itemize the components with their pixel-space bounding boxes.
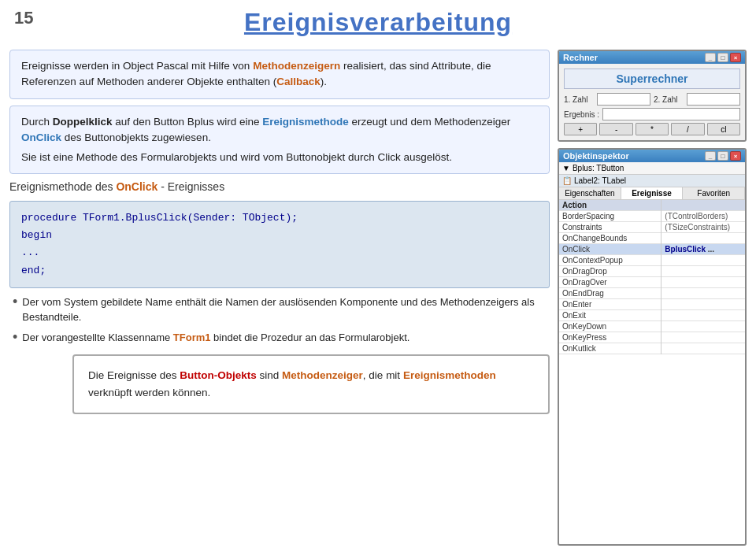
objinsp-selector2-text: Label2: TLabel xyxy=(574,176,626,185)
intro-highlight-methodenzeiger: Methodenzeigern xyxy=(253,60,340,72)
header-action-label: Action xyxy=(559,200,662,211)
table-row: OnEndDrag xyxy=(559,288,745,299)
rechner-input-1[interactable] xyxy=(597,93,650,106)
row-ondragover-label: OnDragOver xyxy=(559,277,662,288)
row-ondragover-value xyxy=(662,277,745,288)
rechner-ergebnis-box[interactable] xyxy=(602,108,740,120)
rechner-window: Rechner _ □ × Superrechner 1. Zahl 2. Za… xyxy=(558,50,747,142)
second-box: Durch Doppelklick auf den Button Bplus w… xyxy=(9,106,550,175)
row-onkeypress-label: OnKeyPress xyxy=(559,332,662,343)
slide-title: Ereignisverarbeitung xyxy=(244,8,512,37)
objinsp-selector-icon: ▼ xyxy=(562,164,570,172)
row-borderspacing-value: (TControlBorders) xyxy=(662,211,745,222)
row-borderspacing-label: BorderSpacing xyxy=(559,211,662,222)
rechner-title: Rechner xyxy=(563,53,598,62)
row-onkutlick-label: OnKutlick xyxy=(559,343,662,354)
objektinspektor-titlebar: Objektinspektor _ □ × xyxy=(559,150,745,162)
intro-text-3: ). xyxy=(321,76,327,87)
bottom-box-button-objekt: Button-Objekts xyxy=(180,369,257,381)
tab-eigenschaften[interactable]: Eigenschaften xyxy=(559,187,621,199)
calc-btn-div[interactable]: / xyxy=(671,123,704,135)
tab-favoriten[interactable]: Favoriten xyxy=(683,187,745,199)
second-box-line2: Sie ist eine Methode des Formularobjekts… xyxy=(21,150,538,165)
row-constraints-value: (TSizeConstraints) xyxy=(662,222,745,233)
table-row: OnKeyDown xyxy=(559,321,745,332)
slide: 15 Ereignisverarbeitung Ereignisse werde… xyxy=(0,0,756,552)
objinsp-selector[interactable]: ▼ Bplus: TButton xyxy=(559,162,745,175)
bottom-box-methodenzeiger: Methodenzeiger xyxy=(282,369,363,381)
bottom-box-ereignismethoden: Ereignismethoden xyxy=(403,369,496,381)
section-label-onclick: OnClick xyxy=(116,180,158,193)
slide-header: 15 Ereignisverarbeitung xyxy=(0,0,756,43)
objinsp-close-button[interactable]: × xyxy=(730,151,741,161)
row-oncontextpopup-value xyxy=(662,255,745,266)
header-action-value xyxy=(662,200,745,211)
objinsp-body: ▼ Bplus: TButton 📋 Label2: TLabel Eigens… xyxy=(559,162,745,354)
row-onenter-label: OnEnter xyxy=(559,299,662,310)
objinsp-minimize-button[interactable]: _ xyxy=(705,151,716,161)
row-oncontextpopup-label: OnContextPopup xyxy=(559,255,662,266)
table-row: OnKutlick xyxy=(559,343,745,354)
row-onexit-value xyxy=(662,310,745,321)
maximize-button[interactable]: □ xyxy=(717,53,728,62)
objinsp-selector-2[interactable]: 📋 Label2: TLabel xyxy=(559,175,745,187)
doppelklick-text: Doppelklick xyxy=(53,116,113,128)
row-onclick-value: BplusClick ... xyxy=(662,244,745,255)
row-onkeydown-label: OnKeyDown xyxy=(559,321,662,332)
objinsp-selector-text: Bplus: TButton xyxy=(573,164,624,172)
calc-btn-cl[interactable]: cl xyxy=(707,123,740,135)
rechner-label-1: 1. Zahl xyxy=(564,95,594,104)
row-onexit-label: OnExit xyxy=(559,310,662,321)
bullet-list: • Der vom System gebildete Name enthält … xyxy=(9,295,550,346)
section-label: Ereignismethode des OnClick - Ereignisse… xyxy=(9,180,550,193)
table-row: OnChangeBounds xyxy=(559,233,745,244)
code-box: procedure TForm1.BplusClick(Sender: TObj… xyxy=(9,201,550,287)
tform1-highlight: TForm1 xyxy=(173,332,211,343)
table-row-onclick[interactable]: OnClick BplusClick ... xyxy=(559,244,745,255)
main-content: Ereignisse werden in Object Pascal mit H… xyxy=(0,43,756,552)
objinsp-controls: _ □ × xyxy=(705,151,741,161)
row-ondragdrop-label: OnDragDrop xyxy=(559,266,662,277)
minimize-button[interactable]: _ xyxy=(705,53,716,62)
row-onkeydown-value xyxy=(662,321,745,332)
close-button[interactable]: × xyxy=(730,53,741,62)
bullet-dot-2: • xyxy=(13,330,17,346)
bullet-text-1: Der vom System gebildete Name enthält di… xyxy=(22,295,547,325)
row-constraints-label: Constraints xyxy=(559,222,662,233)
bullet-item-2: • Der vorangestellte Klassenname TForm1 … xyxy=(13,330,547,346)
intro-text-1: Ereignisse werden in Object Pascal mit H… xyxy=(21,60,253,72)
table-row: OnEnter xyxy=(559,299,745,310)
tab-ereignisse[interactable]: Ereignisse xyxy=(621,187,684,199)
row-onclick-label: OnClick xyxy=(559,244,662,255)
objektinspektor-title: Objektinspektor xyxy=(563,151,629,161)
rechner-input-2[interactable] xyxy=(687,93,740,106)
row-onenddrag-label: OnEndDrag xyxy=(559,288,662,299)
ereignismethode-text: Ereignismethode xyxy=(262,116,349,128)
calc-btn-minus[interactable]: - xyxy=(599,123,632,135)
row-onkutlick-value xyxy=(662,343,745,354)
intro-highlight-callback: Callback xyxy=(276,76,321,87)
rechner-row-1: 1. Zahl 2. Zahl xyxy=(564,93,740,106)
right-column: Rechner _ □ × Superrechner 1. Zahl 2. Za… xyxy=(558,50,747,546)
objinsp-maximize-button[interactable]: □ xyxy=(717,151,728,161)
calc-btn-plus[interactable]: + xyxy=(564,123,597,135)
table-row: OnContextPopup xyxy=(559,255,745,266)
calc-btn-mult[interactable]: * xyxy=(636,123,669,135)
code-line4: end; xyxy=(21,262,538,280)
objinsp-table: Action BorderSpacing (TControlBorders) C… xyxy=(559,200,745,354)
row-onkeypress-value xyxy=(662,332,745,343)
rechner-body: Superrechner 1. Zahl 2. Zahl Ergebnis : … xyxy=(559,64,745,140)
second-box-line1: Durch Doppelklick auf den Button Bplus w… xyxy=(21,114,538,146)
row-onchangebounds-value xyxy=(662,233,745,244)
bullet-text-2: Der vorangestellte Klassenname TForm1 bi… xyxy=(22,330,410,346)
rechner-buttons: + - * / cl xyxy=(564,123,740,135)
bottom-highlight-box: Die Ereignisse des Button-Objekts sind M… xyxy=(72,354,550,413)
rechner-ergebnis-label: Ergebnis : xyxy=(564,110,599,119)
row-ondragdrop-value xyxy=(662,266,745,277)
code-line2: begin xyxy=(21,227,538,244)
table-row: Constraints (TSizeConstraints) xyxy=(559,222,745,233)
code-line1: procedure TForm1.BplusClick(Sender: TObj… xyxy=(21,209,538,227)
rechner-ergebnis-row: Ergebnis : xyxy=(564,108,740,120)
table-header-row: Action xyxy=(559,200,745,211)
onclick-text: OnClick xyxy=(21,132,61,143)
